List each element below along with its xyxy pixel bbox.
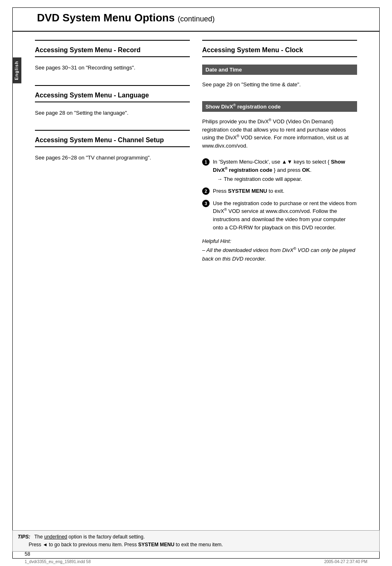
side-tab-english: English: [12, 58, 21, 83]
section2-heading: Accessing System Menu - Language: [35, 86, 190, 102]
step3-number: 3: [202, 200, 210, 207]
page-title: DVD System Menu Options (continued): [37, 12, 355, 24]
tips-underline: underlined: [44, 534, 67, 540]
section1-body: See pages 30~31 on "Recording settings".: [35, 61, 190, 77]
helpful-hint-body: – All the downloaded videos from DivX® V…: [202, 247, 355, 262]
border-bottom: [12, 558, 380, 559]
clock-section-heading: Accessing System Menu - Clock: [202, 41, 357, 57]
helpful-hint-title: Helpful Hint:: [202, 238, 231, 244]
right-column: Accessing System Menu - Clock Date and T…: [202, 32, 357, 263]
section2-body: See page 28 on "Setting the language".: [35, 106, 190, 122]
border-right: [379, 7, 380, 559]
step1-number: 1: [202, 158, 210, 166]
left-column: Accessing System Menu - Record See pages…: [35, 32, 190, 263]
border-left: [12, 7, 13, 559]
divx-label: Show DivX® registration code: [205, 104, 281, 110]
date-time-label: Date and Time: [205, 67, 242, 73]
border-top: [12, 7, 380, 8]
step1-content: In 'System Menu-Clock', use ▲▼ keys to s…: [213, 158, 357, 183]
file-info-right: 2005-04-27 2:37:40 PM: [324, 559, 367, 564]
step-2: 2 Press SYSTEM MENU to exit.: [202, 187, 357, 195]
step-3: 3 Use the registration code to purchase …: [202, 199, 357, 231]
section3-heading: Accessing System Menu - Channel Setup: [35, 131, 190, 147]
step-1: 1 In 'System Menu-Clock', use ▲▼ keys to…: [202, 158, 357, 183]
divx-intro: Philips provide you the DivX® VOD (Video…: [202, 115, 357, 155]
date-time-body: See page 29 on "Setting the time & date"…: [202, 78, 357, 94]
page-number: 58: [25, 551, 30, 557]
date-time-box: Date and Time: [202, 65, 357, 75]
file-info: 1_dvdr3355_eu_eng_15891.indd 58 2005-04-…: [25, 559, 367, 564]
step1-sub: The registration code will appear.: [213, 175, 357, 183]
step2-content: Press SYSTEM MENU to exit.: [213, 187, 357, 195]
helpful-hint: Helpful Hint: – All the downloaded video…: [202, 237, 357, 263]
title-text: DVD System Menu Options: [37, 12, 175, 24]
file-info-left: 1_dvdr3355_eu_eng_15891.indd 58: [25, 559, 91, 564]
tips-bar: TIPS: The underlined option is the facto…: [12, 530, 380, 552]
main-columns: Accessing System Menu - Record See pages…: [12, 32, 380, 263]
content-area: DVD System Menu Options (continued) Acce…: [12, 0, 380, 263]
section3-body: See pages 26~28 on "TV channel programmi…: [35, 151, 190, 167]
page-title-block: DVD System Menu Options (continued): [12, 0, 380, 32]
tips-label: TIPS:: [18, 534, 30, 540]
divx-box: Show DivX® registration code: [202, 101, 357, 112]
section1-heading: Accessing System Menu - Record: [35, 41, 190, 57]
steps-list: 1 In 'System Menu-Clock', use ▲▼ keys to…: [202, 158, 357, 231]
step2-number: 2: [202, 187, 210, 195]
page-wrapper: English DVD System Menu Options (continu…: [0, 0, 392, 566]
step3-content: Use the registration code to purchase or…: [213, 199, 357, 231]
title-continued: (continued): [178, 15, 214, 23]
